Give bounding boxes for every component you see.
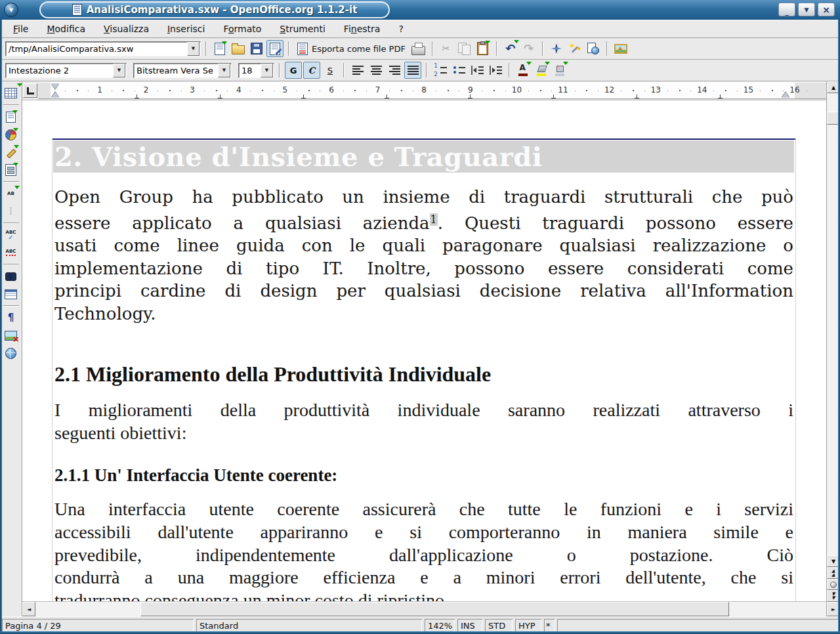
close-button[interactable]: × <box>818 3 835 16</box>
paragraph-style-combobox[interactable]: Intestazione 2 ▼ <box>5 63 127 78</box>
status-zoom-field[interactable]: 142% <box>425 619 455 632</box>
footnote-reference[interactable]: 1 <box>430 213 438 226</box>
highlighting-button[interactable] <box>533 62 550 79</box>
menu-item-inserisci[interactable]: Inserisci <box>158 22 214 35</box>
window-menu-button[interactable]: ▼ <box>4 3 18 17</box>
autotext-icon: AB <box>7 192 14 196</box>
horizontal-scroll-track[interactable] <box>35 602 826 616</box>
italic-button[interactable]: C <box>303 62 320 79</box>
vertical-scroll-track[interactable] <box>827 93 840 555</box>
navigator-button[interactable] <box>548 40 565 57</box>
horizontal-scroll-thumb[interactable] <box>140 602 729 616</box>
numbered-list-button[interactable] <box>432 62 449 79</box>
dropdown-arrow-icon <box>14 145 19 148</box>
menu-item-modifica[interactable]: Modifica <box>37 22 94 35</box>
open-document-button[interactable] <box>230 40 247 57</box>
justify-button[interactable] <box>404 62 421 79</box>
font-size-combobox[interactable]: 18 ▼ <box>238 63 274 78</box>
menu-item-help[interactable]: ? <box>389 22 412 35</box>
hyperlink-dialog-button[interactable] <box>585 40 602 57</box>
scroll-right-button[interactable]: ► <box>827 602 840 616</box>
status-insert-mode-field[interactable]: INS <box>457 619 482 632</box>
navigation-button[interactable] <box>827 579 840 590</box>
paragraph-style-value[interactable]: Intestazione 2 <box>6 66 113 75</box>
horizontal-ruler[interactable]: 12345678910111213141516 <box>38 82 826 99</box>
scroll-left-button[interactable]: ◄ <box>22 602 35 616</box>
paragraph-2[interactable]: I miglioramenti della produttività indiv… <box>54 398 793 444</box>
data-sources-button[interactable] <box>3 286 20 302</box>
maximize-button[interactable]: ▼ <box>798 3 815 16</box>
status-page-style-field[interactable]: Standard <box>196 619 422 632</box>
vertical-scroll-thumb[interactable] <box>827 112 840 125</box>
print-button[interactable] <box>410 40 427 57</box>
font-name-value[interactable]: Bitstream Vera Se <box>134 66 218 75</box>
heading-2-1-1[interactable]: 2.1.1 Un' Interfaccia Utente coerente: <box>54 465 337 486</box>
align-left-button[interactable] <box>349 62 366 79</box>
export-pdf-button[interactable]: Esporta come file PDF <box>294 40 409 57</box>
nonprinting-characters-button[interactable]: ¶ <box>3 310 20 326</box>
align-center-button[interactable] <box>368 62 385 79</box>
graphics-onoff-button[interactable]: × <box>3 328 20 343</box>
workspace: AB I ABC✓ ABC ¶ × 1234567891011121314151… <box>0 81 840 616</box>
vertical-scrollbar[interactable]: ▲ ▼ ▲▲ ▼▼ ► <box>826 81 840 616</box>
bullet-list-button[interactable] <box>450 62 467 79</box>
auto-spellcheck-button[interactable]: ABC <box>3 245 20 261</box>
menu-item-strumenti[interactable]: Strumenti <box>270 22 335 35</box>
insert-fields-button[interactable] <box>3 109 20 125</box>
status-page-field[interactable]: Pagina 4 / 29 <box>2 619 194 632</box>
load-url-combobox[interactable]: /tmp/AnalisiComparativa.sxw ▼ <box>5 41 201 56</box>
menu-item-finestra[interactable]: Finestra <box>335 22 390 35</box>
align-right-button[interactable] <box>386 62 403 79</box>
undo-button[interactable]: ↶ <box>502 40 519 57</box>
indent-marker[interactable] <box>51 83 59 98</box>
menu-item-file[interactable]: File <box>4 22 37 35</box>
scroll-down-button[interactable]: ▼ <box>827 555 840 567</box>
scroll-up-button[interactable]: ▲ <box>827 81 840 93</box>
form-functions-button[interactable] <box>3 162 20 178</box>
font-size-value[interactable]: 18 <box>239 66 261 75</box>
paste-button[interactable] <box>474 40 492 57</box>
paragraph-background-button[interactable] <box>551 62 568 79</box>
spellcheck-button[interactable]: ABC✓ <box>3 227 20 243</box>
document-canvas[interactable]: 2. Visione d'Insieme e Traguardi Open Gr… <box>22 100 826 601</box>
bold-button[interactable]: G <box>285 62 302 79</box>
paragraph-3[interactable]: Una interfaccia utente coerente assicure… <box>54 498 793 601</box>
menu-item-formato[interactable]: Formato <box>214 22 270 35</box>
right-indent-marker[interactable] <box>782 91 789 98</box>
font-name-dropdown-button[interactable]: ▼ <box>218 64 230 77</box>
minimize-button[interactable]: _ <box>778 3 795 16</box>
draw-functions-button[interactable] <box>3 144 20 160</box>
online-layout-button[interactable] <box>3 345 20 361</box>
insert-button[interactable] <box>3 85 20 101</box>
font-size-dropdown-button[interactable]: ▼ <box>261 64 273 77</box>
previous-page-button[interactable]: ▲▲ <box>827 567 840 579</box>
paragraph-style-dropdown-button[interactable]: ▼ <box>113 64 125 77</box>
underline-button[interactable]: S <box>322 62 339 79</box>
new-document-button[interactable] <box>211 40 228 57</box>
autotext-button[interactable]: AB <box>3 186 20 201</box>
find-replace-button[interactable] <box>3 268 20 284</box>
font-color-button[interactable] <box>514 62 532 79</box>
increase-indent-button[interactable] <box>487 62 504 79</box>
gallery-button[interactable] <box>612 40 629 57</box>
insert-object-button[interactable] <box>3 127 20 142</box>
titlebar[interactable]: ▼ AnalisiComparativa.sxw - OpenOffice.or… <box>0 0 840 20</box>
draw-functions-icon <box>6 147 16 158</box>
paragraph-1[interactable]: Open Group ha pubblicato un insieme di t… <box>54 186 793 326</box>
decrease-indent-button[interactable] <box>469 62 486 79</box>
horizontal-scrollbar[interactable]: ◄ <box>22 601 826 616</box>
save-document-button[interactable] <box>248 40 265 57</box>
edit-file-button[interactable] <box>266 40 284 57</box>
status-selection-mode-field[interactable]: STD <box>485 619 513 632</box>
menu-item-visualizza[interactable]: Visualizza <box>94 22 158 35</box>
next-page-button[interactable]: ▼▼ <box>827 590 840 602</box>
font-name-combobox[interactable]: Bitstream Vera Se ▼ <box>133 63 232 78</box>
heading-2-1[interactable]: 2.1 Miglioramento della Produttività Ind… <box>54 362 491 387</box>
load-url-dropdown-button[interactable]: ▼ <box>187 42 200 56</box>
tab-type-selector-button[interactable] <box>23 83 37 98</box>
status-hyperlink-mode-field[interactable]: HYP <box>515 619 541 632</box>
ruler-tick <box>448 90 449 91</box>
align-center-icon <box>371 66 382 75</box>
stylist-button[interactable] <box>566 40 583 57</box>
load-url-value[interactable]: /tmp/AnalisiComparativa.sxw <box>6 44 187 54</box>
